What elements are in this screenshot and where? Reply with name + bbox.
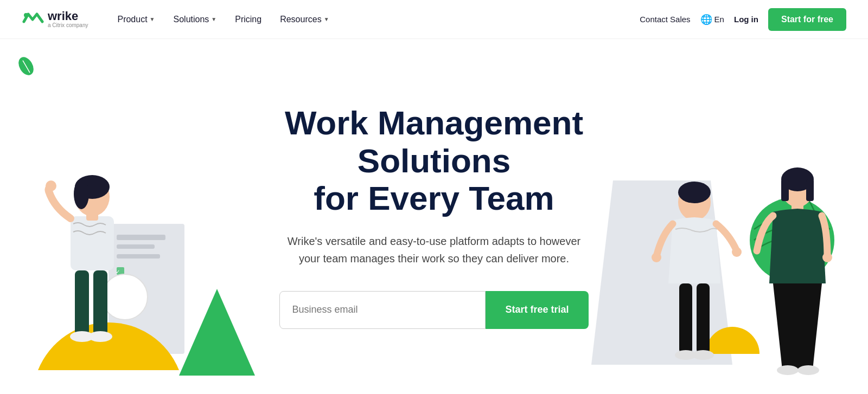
brand-name: wrike — [48, 10, 88, 22]
svg-point-40 — [777, 365, 799, 375]
svg-rect-20 — [93, 270, 107, 335]
svg-rect-23 — [86, 213, 98, 221]
wrike-logo-icon — [22, 10, 44, 29]
svg-point-16 — [74, 179, 89, 209]
svg-rect-17 — [71, 216, 114, 270]
hero-title: Work Management Solutions for Every Team — [244, 104, 624, 217]
chevron-down-icon: ▼ — [324, 16, 329, 22]
svg-point-18 — [46, 180, 56, 191]
hero-subtitle: Wrike's versatile and easy-to-use platfo… — [282, 232, 586, 267]
login-link[interactable]: Log in — [734, 15, 758, 24]
right-woman-illustration — [743, 153, 852, 394]
navbar-right: Contact Sales 🌐 En Log in Start for free — [640, 8, 846, 31]
navbar: wrike a Citrix company Product ▼ Solutio… — [0, 0, 868, 39]
svg-point-27 — [678, 182, 711, 203]
hero-content: Work Management Solutions for Every Team… — [233, 104, 635, 328]
globe-icon: 🌐 — [700, 14, 712, 25]
nav-solutions[interactable]: Solutions ▼ — [166, 10, 225, 29]
nav-product[interactable]: Product ▼ — [110, 10, 162, 29]
svg-point-0 — [24, 13, 28, 17]
chevron-down-icon: ▼ — [211, 16, 216, 22]
svg-point-41 — [797, 365, 819, 375]
svg-rect-31 — [697, 283, 710, 354]
chevron-down-icon: ▼ — [150, 16, 155, 22]
svg-point-33 — [692, 350, 714, 360]
lang-label: En — [714, 15, 724, 24]
start-for-free-button[interactable]: Start for free — [768, 8, 846, 31]
svg-point-22 — [88, 331, 112, 342]
svg-point-28 — [652, 253, 661, 262]
svg-point-39 — [822, 253, 832, 262]
start-trial-button[interactable]: Start free trial — [486, 291, 588, 329]
logo[interactable]: wrike a Citrix company — [22, 10, 88, 29]
nav-pricing[interactable]: Pricing — [227, 10, 269, 29]
hero-section: ✓ ✓ — [0, 39, 868, 394]
svg-point-29 — [732, 247, 742, 257]
language-selector[interactable]: 🌐 En — [700, 14, 724, 25]
logo-text: wrike a Citrix company — [48, 10, 88, 29]
hero-cta-form: Start free trial — [244, 291, 624, 329]
nav-items: Product ▼ Solutions ▼ Pricing Resources … — [110, 10, 640, 29]
svg-rect-36 — [781, 179, 789, 201]
svg-rect-30 — [679, 283, 692, 354]
svg-rect-19 — [75, 270, 89, 335]
nav-resources[interactable]: Resources ▼ — [272, 10, 336, 29]
brand-sub: a Citrix company — [48, 22, 88, 29]
green-leaf-decoration — [15, 55, 37, 79]
contact-sales-link[interactable]: Contact Sales — [640, 15, 690, 24]
right-man-illustration — [646, 164, 743, 394]
svg-rect-37 — [806, 179, 814, 201]
email-input[interactable] — [279, 291, 486, 329]
left-person-illustration — [27, 164, 125, 394]
